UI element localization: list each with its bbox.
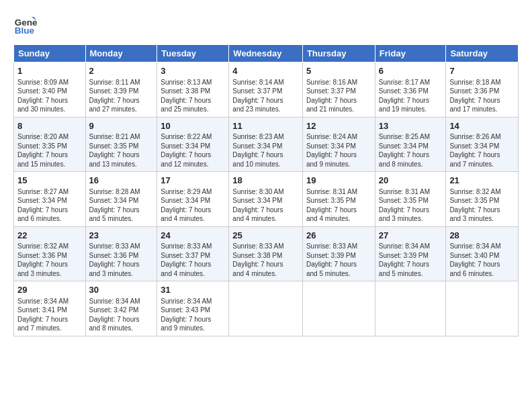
day-info: and 4 minutes. <box>306 214 371 224</box>
calendar-cell: 21Sunrise: 8:32 AMSunset: 3:35 PMDayligh… <box>446 172 519 227</box>
day-info: Sunrise: 8:34 AM <box>449 242 515 251</box>
day-info: and 5 minutes. <box>306 269 371 279</box>
calendar-cell: 2Sunrise: 8:11 AMSunset: 3:39 PMDaylight… <box>85 62 157 118</box>
day-info: Sunrise: 8:32 AM <box>17 242 82 251</box>
day-number: 9 <box>89 120 154 132</box>
calendar-cell: 10Sunrise: 8:22 AMSunset: 3:34 PMDayligh… <box>157 117 229 172</box>
day-number: 15 <box>17 175 82 187</box>
calendar-cell: 1Sunrise: 8:09 AMSunset: 3:40 PMDaylight… <box>14 62 86 118</box>
day-info: Sunrise: 8:34 AM <box>17 297 82 306</box>
calendar-week-row: 29Sunrise: 8:34 AMSunset: 3:41 PMDayligh… <box>14 281 519 336</box>
page: General Blue SundayMondayTuesdayWednesda… <box>0 0 532 343</box>
calendar-cell: 11Sunrise: 8:23 AMSunset: 3:34 PMDayligh… <box>229 117 303 172</box>
day-info: Sunset: 3:40 PM <box>449 251 515 261</box>
calendar-cell: 9Sunrise: 8:21 AMSunset: 3:35 PMDaylight… <box>85 117 157 172</box>
calendar-cell: 8Sunrise: 8:20 AMSunset: 3:35 PMDaylight… <box>14 117 86 172</box>
day-info: Daylight: 7 hours <box>89 260 154 269</box>
day-info: and 23 minutes. <box>232 105 299 114</box>
calendar-header-row: SundayMondayTuesdayWednesdayThursdayFrid… <box>14 45 519 62</box>
calendar-cell: 17Sunrise: 8:29 AMSunset: 3:34 PMDayligh… <box>157 172 229 227</box>
day-number: 29 <box>17 284 82 296</box>
day-number: 3 <box>161 65 225 77</box>
day-number: 22 <box>17 230 82 242</box>
calendar-cell: 28Sunrise: 8:34 AMSunset: 3:40 PMDayligh… <box>446 226 519 281</box>
day-number: 10 <box>161 120 225 132</box>
day-info: Sunrise: 8:09 AM <box>17 78 82 87</box>
calendar-cell: 29Sunrise: 8:34 AMSunset: 3:41 PMDayligh… <box>14 281 86 336</box>
day-info: Daylight: 7 hours <box>232 205 299 215</box>
day-info: Sunset: 3:37 PM <box>232 87 299 96</box>
day-info: Sunset: 3:36 PM <box>379 87 443 96</box>
day-info: Sunset: 3:40 PM <box>17 87 82 96</box>
day-info: Sunset: 3:34 PM <box>161 196 225 205</box>
day-info: and 5 minutes. <box>89 214 154 224</box>
day-info: and 30 minutes. <box>17 105 82 114</box>
day-info: Sunrise: 8:34 AM <box>379 242 443 251</box>
day-info: Sunrise: 8:24 AM <box>306 132 371 142</box>
calendar-cell <box>229 281 303 336</box>
day-info: and 3 minutes. <box>449 214 515 224</box>
day-info: Daylight: 7 hours <box>449 150 515 160</box>
calendar-cell: 26Sunrise: 8:33 AMSunset: 3:39 PMDayligh… <box>302 226 375 281</box>
day-info: and 13 minutes. <box>89 160 154 169</box>
day-info: Sunset: 3:36 PM <box>89 251 154 261</box>
day-info: Daylight: 7 hours <box>161 96 225 105</box>
day-info: Sunrise: 8:23 AM <box>232 132 299 142</box>
day-info: Sunset: 3:38 PM <box>161 87 225 96</box>
day-info: Sunrise: 8:18 AM <box>449 78 515 87</box>
col-header-tuesday: Tuesday <box>157 45 229 62</box>
logo: General Blue <box>13 12 38 36</box>
day-info: Daylight: 7 hours <box>379 205 443 215</box>
day-info: and 27 minutes. <box>89 105 154 114</box>
day-number: 4 <box>232 65 299 77</box>
day-info: Sunset: 3:35 PM <box>306 196 371 205</box>
day-info: and 19 minutes. <box>379 105 443 114</box>
day-info: Sunset: 3:35 PM <box>379 196 443 205</box>
calendar-cell: 13Sunrise: 8:25 AMSunset: 3:34 PMDayligh… <box>375 117 446 172</box>
col-header-monday: Monday <box>85 45 157 62</box>
day-info: Daylight: 7 hours <box>449 260 515 269</box>
day-info: Daylight: 7 hours <box>306 205 371 215</box>
day-info: Sunset: 3:42 PM <box>89 306 154 315</box>
day-info: Sunrise: 8:33 AM <box>306 242 371 251</box>
day-info: Sunset: 3:39 PM <box>306 251 371 261</box>
day-number: 25 <box>232 230 299 242</box>
day-number: 24 <box>161 230 225 242</box>
day-number: 7 <box>449 65 515 77</box>
day-info: Sunrise: 8:17 AM <box>379 78 443 87</box>
day-number: 31 <box>161 284 225 296</box>
day-info: and 12 minutes. <box>161 160 225 169</box>
day-info: and 25 minutes. <box>161 105 225 114</box>
day-info: Sunrise: 8:33 AM <box>161 242 225 251</box>
day-info: Daylight: 7 hours <box>379 260 443 269</box>
calendar-cell: 20Sunrise: 8:31 AMSunset: 3:35 PMDayligh… <box>375 172 446 227</box>
day-info: Sunset: 3:38 PM <box>232 251 299 261</box>
day-info: Daylight: 7 hours <box>449 96 515 105</box>
calendar-cell: 15Sunrise: 8:27 AMSunset: 3:34 PMDayligh… <box>14 172 86 227</box>
day-info: and 9 minutes. <box>161 324 225 333</box>
day-info: Sunrise: 8:29 AM <box>161 187 225 197</box>
calendar-cell <box>446 281 519 336</box>
day-info: and 7 minutes. <box>17 324 82 333</box>
day-info: Sunset: 3:34 PM <box>232 142 299 151</box>
day-info: and 4 minutes. <box>232 214 299 224</box>
day-info: Sunset: 3:35 PM <box>449 196 515 205</box>
day-info: Daylight: 7 hours <box>232 260 299 269</box>
day-info: Sunrise: 8:16 AM <box>306 78 371 87</box>
day-number: 11 <box>232 120 299 132</box>
day-number: 26 <box>306 230 371 242</box>
calendar-week-row: 22Sunrise: 8:32 AMSunset: 3:36 PMDayligh… <box>14 226 519 281</box>
calendar-cell: 22Sunrise: 8:32 AMSunset: 3:36 PMDayligh… <box>14 226 86 281</box>
day-info: Sunrise: 8:34 AM <box>89 297 154 306</box>
calendar-cell: 5Sunrise: 8:16 AMSunset: 3:37 PMDaylight… <box>302 62 375 118</box>
col-header-wednesday: Wednesday <box>229 45 303 62</box>
day-info: Sunrise: 8:20 AM <box>17 132 82 142</box>
day-info: Sunset: 3:34 PM <box>449 142 515 151</box>
day-info: Daylight: 7 hours <box>379 96 443 105</box>
day-info: Sunrise: 8:30 AM <box>232 187 299 197</box>
day-info: Daylight: 7 hours <box>89 315 154 324</box>
day-info: Sunset: 3:37 PM <box>306 87 371 96</box>
calendar-cell: 6Sunrise: 8:17 AMSunset: 3:36 PMDaylight… <box>375 62 446 118</box>
day-info: Sunset: 3:39 PM <box>379 251 443 261</box>
day-number: 17 <box>161 175 225 187</box>
